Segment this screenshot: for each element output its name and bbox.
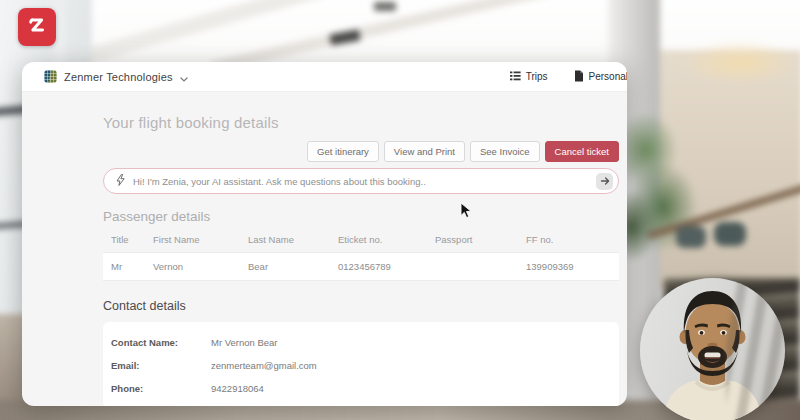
arrow-right-icon (600, 174, 610, 189)
email-value: zenmerteam@gmail.com (211, 360, 619, 371)
col-first-name: First Name (153, 234, 248, 245)
get-itinerary-button[interactable]: Get itinerary (307, 141, 379, 162)
booking-content: Your flight booking details Get itinerar… (22, 114, 627, 406)
contact-card: Contact Name: Mr Vernon Bear Email: zenm… (103, 322, 619, 406)
nav-personal[interactable]: Personal (574, 70, 627, 84)
document-icon (574, 70, 584, 84)
phone-value: 9422918064 (211, 383, 619, 394)
cell-title: Mr (111, 261, 153, 272)
header-nav: Trips Personal (510, 70, 627, 84)
app-header: Zenmer Technologies Trips (22, 62, 627, 92)
globe-icon (44, 70, 57, 83)
nav-trips[interactable]: Trips (510, 71, 548, 83)
assistant-input[interactable] (133, 176, 588, 187)
col-passport: Passport (435, 234, 526, 245)
company-selector[interactable]: Zenmer Technologies (44, 68, 188, 86)
ai-assistant-bar (103, 168, 619, 194)
trips-list-icon (510, 71, 521, 83)
email-row: Email: zenmerteam@gmail.com (111, 354, 619, 377)
cell-eticket: 0123456789 (338, 261, 435, 272)
phone-label: Phone: (111, 383, 211, 394)
nav-trips-label: Trips (526, 71, 548, 82)
passenger-section-title: Passenger details (103, 209, 619, 224)
view-and-print-button[interactable]: View and Print (384, 141, 465, 162)
col-eticket: Eticket no. (338, 234, 435, 245)
contact-name-row: Contact Name: Mr Vernon Bear (111, 331, 619, 354)
passenger-table-header: Title First Name Last Name Eticket no. P… (103, 234, 619, 245)
contact-name-label: Contact Name: (111, 337, 211, 348)
cancel-ticket-button[interactable]: Cancel ticket (545, 141, 619, 162)
col-last-name: Last Name (248, 234, 338, 245)
cell-first-name: Vernon (153, 261, 248, 272)
contact-section-title: Contact details (103, 299, 619, 313)
company-name: Zenmer Technologies (64, 71, 173, 83)
mouse-cursor (460, 202, 472, 223)
lightning-bolt-icon (116, 172, 125, 190)
zenmer-logo (18, 8, 56, 46)
contact-name-value: Mr Vernon Bear (211, 337, 619, 348)
passenger-table-row: Mr Vernon Bear 0123456789 139909369 (103, 252, 619, 281)
phone-row: Phone: 9422918064 (111, 377, 619, 400)
cell-last-name: Bear (248, 261, 338, 272)
send-button[interactable] (596, 173, 613, 190)
chevron-down-icon (180, 68, 188, 86)
webcam-overlay (640, 278, 785, 420)
col-title: Title (111, 234, 153, 245)
email-label: Email: (111, 360, 211, 371)
page-title: Your flight booking details (103, 114, 619, 131)
zenmer-logo-icon (25, 13, 49, 41)
cell-ff-no: 139909369 (526, 261, 619, 272)
col-ff-no: FF no. (526, 234, 619, 245)
action-buttons: Get itinerary View and Print See Invoice… (103, 141, 619, 162)
nav-personal-label: Personal (589, 71, 627, 82)
booking-window: Zenmer Technologies Trips (22, 62, 627, 406)
see-invoice-button[interactable]: See Invoice (470, 141, 540, 162)
